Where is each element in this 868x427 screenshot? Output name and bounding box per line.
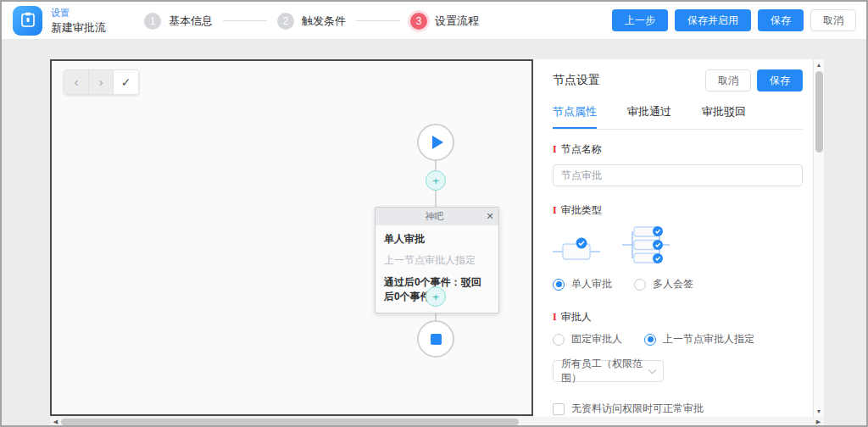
save-and-enable-button[interactable]: 保存并启用 [675, 9, 751, 31]
scope-select-value: 所有员工（权限范围） [561, 357, 649, 385]
node-card-title: 神吧 [376, 210, 481, 223]
required-mark: I [553, 204, 557, 217]
flow-start-node[interactable] [417, 124, 454, 161]
vertical-scroll-thumb[interactable] [815, 71, 823, 152]
step-basic-info: 1 基本信息 [144, 13, 213, 30]
step-trigger-condition: 2 触发条件 [277, 13, 346, 30]
panel-tabs: 节点属性 审批通过 审批驳回 [553, 104, 803, 130]
close-icon[interactable]: ✕ [481, 211, 498, 222]
header: 设置 新建审批流 1 基本信息 2 触发条件 3 设置流程 上一步 保存并启用 … [2, 2, 866, 40]
tab-approval-pass[interactable]: 审批通过 [627, 104, 671, 129]
tab-node-properties[interactable]: 节点属性 [553, 104, 597, 129]
approval-type-icons [553, 230, 803, 267]
tab-approval-reject[interactable]: 审批驳回 [702, 104, 746, 129]
radio-single-approval-label[interactable]: 单人审批 [571, 277, 612, 291]
multi-countersign-icon[interactable] [622, 226, 670, 267]
scroll-down-arrow[interactable]: ▼ [814, 406, 824, 417]
step-2-label: 触发条件 [302, 14, 346, 29]
radio-previous-node-approver[interactable] [644, 334, 656, 346]
panel-cancel-button[interactable]: 取消 [705, 69, 751, 92]
header-titles: 设置 新建审批流 [51, 6, 106, 36]
node-name-input[interactable] [553, 164, 803, 186]
chevron-down-icon [648, 366, 657, 374]
permission-checkbox[interactable] [553, 403, 565, 415]
redo-button[interactable]: › [89, 70, 114, 94]
app-logo [13, 6, 42, 36]
node-card-header: 神吧 ✕ [376, 208, 498, 225]
approval-type-options: 单人审批 多人会签 [553, 277, 803, 291]
radio-fixed-approver[interactable] [553, 334, 565, 346]
permission-checkbox-row: 无资料访问权限时可正常审批 [553, 402, 803, 416]
approver-options: 固定审批人 上一节点审批人指定 [553, 332, 803, 347]
flow-canvas[interactable]: ‹ › ✓ + 神吧 ✕ 单人审批 上一节点审批人指定 通过后0个事件：驳回后0… [50, 59, 533, 416]
stop-icon [431, 334, 442, 345]
page-title: 新建审批流 [51, 19, 106, 36]
clipboard-icon [21, 12, 35, 30]
prev-step-button[interactable]: 上一步 [612, 9, 668, 31]
play-icon [432, 136, 443, 149]
required-mark: I [553, 143, 557, 156]
step-1-circle: 1 [144, 13, 161, 30]
step-3-circle: 3 [410, 13, 427, 30]
step-1-label: 基本信息 [169, 14, 213, 29]
panel-title: 节点设置 [553, 73, 600, 88]
approval-type-label: I 审批类型 [553, 203, 803, 218]
flow-end-node[interactable] [417, 320, 454, 358]
horizontal-scroll-thumb[interactable] [61, 419, 519, 425]
approver-label: I 审批人 [553, 310, 803, 324]
step-2-circle: 2 [277, 13, 294, 30]
radio-fixed-approver-label[interactable]: 固定审批人 [571, 332, 622, 347]
radio-previous-node-approver-label[interactable]: 上一节点审批人指定 [663, 332, 754, 347]
node-card-approver: 上一节点审批人指定 [384, 253, 490, 268]
panel-header: 节点设置 取消 保存 [553, 69, 803, 92]
scroll-left-arrow[interactable]: ◀ [50, 417, 61, 427]
radio-multi-countersign-label[interactable]: 多人会签 [653, 277, 693, 291]
step-connector [223, 20, 267, 21]
scope-select[interactable]: 所有员工（权限范围） [553, 360, 664, 382]
canvas-toolbar: ‹ › ✓ [64, 69, 139, 95]
step-indicator: 1 基本信息 2 触发条件 3 设置流程 [144, 2, 479, 40]
undo-button[interactable]: ‹ [64, 70, 89, 94]
app-section-label: 设置 [51, 6, 106, 19]
node-settings-panel: 节点设置 取消 保存 节点属性 审批通过 审批驳回 I 节点名称 I 审批类型 [533, 59, 813, 417]
add-node-button-top[interactable]: + [426, 170, 446, 191]
step-connector [356, 20, 400, 21]
panel-vertical-scrollbar[interactable]: ▲ ▼ [813, 59, 824, 417]
radio-multi-countersign[interactable] [634, 279, 646, 291]
required-mark: I [553, 311, 557, 324]
scroll-right-arrow[interactable]: ▶ [813, 417, 824, 427]
app-window: 设置 新建审批流 1 基本信息 2 触发条件 3 设置流程 上一步 保存并启用 … [0, 0, 868, 427]
cancel-button[interactable]: 取消 [810, 9, 856, 31]
node-name-label: I 节点名称 [553, 142, 803, 157]
step-setup-flow: 3 设置流程 [410, 13, 479, 30]
scroll-up-arrow[interactable]: ▲ [814, 59, 824, 70]
permission-checkbox-label[interactable]: 无资料访问权限时可正常审批 [571, 402, 704, 416]
horizontal-scrollbar[interactable]: ◀ ▶ [50, 417, 824, 427]
node-card-type: 单人审批 [384, 232, 490, 247]
confirm-check-button[interactable]: ✓ [114, 70, 138, 94]
panel-actions: 取消 保存 [705, 69, 803, 92]
radio-single-approval[interactable] [553, 279, 565, 291]
add-node-button-bottom[interactable]: + [426, 286, 446, 307]
panel-save-button[interactable]: 保存 [757, 69, 803, 92]
step-3-label: 设置流程 [435, 14, 479, 29]
header-actions: 上一步 保存并启用 保存 取消 [612, 9, 856, 31]
single-approval-icon[interactable] [553, 233, 600, 267]
save-button[interactable]: 保存 [758, 9, 804, 31]
